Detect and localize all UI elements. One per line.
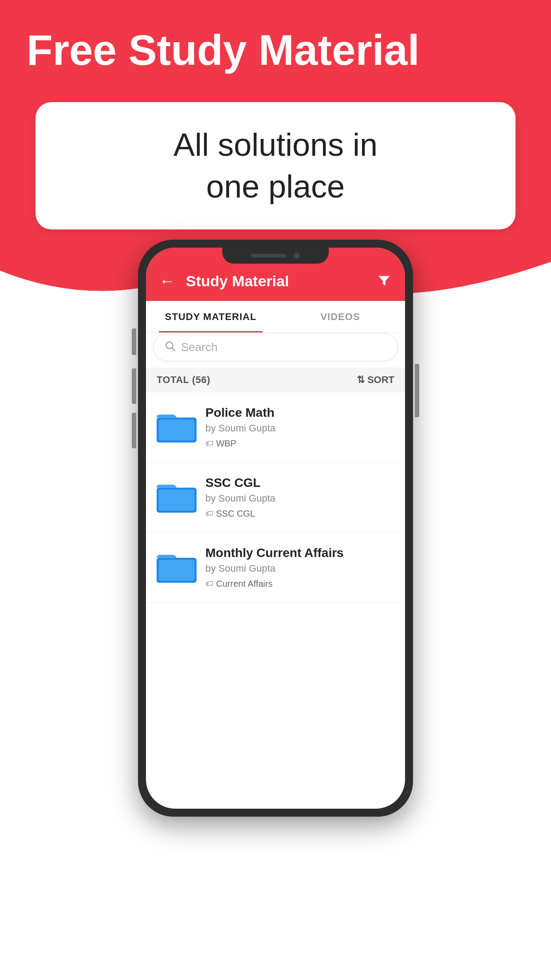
item-author-3: by Soumi Gupta: [205, 563, 394, 574]
svg-rect-3: [159, 419, 195, 440]
item-title-3: Monthly Current Affairs: [205, 546, 394, 560]
list-item[interactable]: Police Math by Soumi Gupta 🏷 WBP: [146, 392, 405, 462]
list-item[interactable]: Monthly Current Affairs by Soumi Gupta 🏷…: [146, 533, 405, 603]
folder-icon-3: [157, 551, 197, 585]
tag-label-3: Current Affairs: [216, 579, 272, 589]
item-info-2: SSC CGL by Soumi Gupta 🏷 SSC CGL: [205, 476, 394, 519]
item-author-1: by Soumi Gupta: [205, 423, 394, 434]
tag-icon-1: 🏷: [205, 439, 213, 448]
phone-screen: ← Study Material STUDY MATERIAL VIDEOS: [146, 248, 405, 809]
tag-icon-3: 🏷: [205, 579, 213, 589]
tab-videos[interactable]: VIDEOS: [276, 301, 405, 332]
subtitle-text: All solutions inone place: [62, 124, 489, 207]
svg-line-1: [172, 348, 175, 350]
phone-button-vol-down: [132, 413, 136, 448]
phone-button-mute: [132, 328, 136, 355]
svg-rect-7: [159, 560, 195, 581]
subtitle-card: All solutions inone place: [35, 102, 516, 229]
tag-label-2: SSC CGL: [216, 509, 255, 519]
svg-rect-5: [159, 490, 195, 510]
search-icon: [164, 340, 176, 355]
total-count: TOTAL (56): [157, 374, 210, 386]
tabs-bar: STUDY MATERIAL VIDEOS: [146, 301, 405, 333]
sort-button[interactable]: ⇅ SORT: [357, 374, 394, 386]
notch-camera: [294, 253, 300, 259]
search-bar[interactable]: Search: [153, 333, 398, 361]
search-placeholder: Search: [181, 340, 217, 354]
total-bar: TOTAL (56) ⇅ SORT: [146, 368, 405, 392]
phone-outer: ← Study Material STUDY MATERIAL VIDEOS: [138, 240, 413, 817]
item-tag-3: 🏷 Current Affairs: [205, 579, 394, 589]
item-author-2: by Soumi Gupta: [205, 493, 394, 504]
phone-mockup: ← Study Material STUDY MATERIAL VIDEOS: [138, 240, 413, 817]
sort-icon: ⇅: [357, 374, 365, 386]
phone-notch: [222, 248, 329, 264]
tag-label-1: WBP: [216, 439, 236, 449]
item-tag-1: 🏷 WBP: [205, 439, 394, 449]
back-button[interactable]: ←: [159, 272, 175, 290]
list-item[interactable]: SSC CGL by Soumi Gupta 🏷 SSC CGL: [146, 462, 405, 533]
phone-button-power: [415, 364, 419, 417]
folder-icon-1: [157, 411, 197, 444]
folder-icon-2: [157, 481, 197, 514]
content-list: Police Math by Soumi Gupta 🏷 WBP: [146, 392, 405, 809]
item-title-1: Police Math: [205, 406, 394, 420]
filter-icon[interactable]: [377, 273, 392, 288]
item-info-1: Police Math by Soumi Gupta 🏷 WBP: [205, 406, 394, 449]
tag-icon-2: 🏷: [205, 509, 213, 518]
tab-study-material[interactable]: STUDY MATERIAL: [146, 301, 276, 332]
item-tag-2: 🏷 SSC CGL: [205, 509, 394, 519]
item-title-2: SSC CGL: [205, 476, 394, 490]
sort-label: SORT: [367, 374, 394, 386]
notch-speaker: [251, 254, 287, 257]
phone-button-vol-up: [132, 368, 136, 404]
main-title: Free Study Material: [27, 27, 420, 74]
app-header-title: Study Material: [186, 273, 377, 290]
item-info-3: Monthly Current Affairs by Soumi Gupta 🏷…: [205, 546, 394, 589]
